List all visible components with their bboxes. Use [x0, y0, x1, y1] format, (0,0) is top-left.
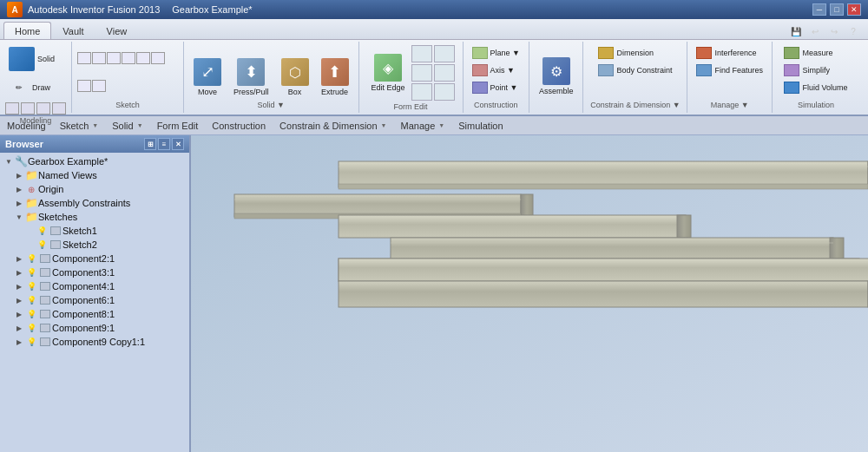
form-tool-4[interactable]: [434, 45, 455, 62]
tree-item-root[interactable]: ▼ 🔧 Gearbox Example*: [2, 154, 187, 168]
sketch-tool-6[interactable]: [151, 52, 165, 64]
simulation-label: Simulation: [458, 121, 503, 131]
measure-icon: [784, 47, 799, 59]
tree-item-component9copy[interactable]: ▶ 💡 Component9 Copy1:1: [12, 335, 187, 349]
tree-toggle-assembly[interactable]: ▶: [14, 198, 24, 208]
component-icon-2: [38, 252, 52, 265]
tab-vault[interactable]: Vault: [51, 22, 95, 39]
construction-section[interactable]: Construction: [212, 121, 266, 131]
solid-label: Solid: [37, 55, 55, 63]
draw-button[interactable]: ✏ Draw: [5, 75, 54, 100]
construction-group-label: Construction: [474, 101, 518, 111]
form-tool-6[interactable]: [434, 83, 455, 101]
form-tool-1[interactable]: [411, 45, 432, 62]
sketch-tool-1[interactable]: [77, 52, 91, 64]
press-pull-button[interactable]: ⬍ Press/Pull: [229, 56, 273, 99]
sketch-tool-3[interactable]: [107, 52, 121, 64]
sketch-tool-4[interactable]: [122, 52, 135, 64]
move-button[interactable]: ⤢ Move: [189, 56, 226, 99]
tree-item-origin[interactable]: ▶ ⊕ Origin: [12, 182, 187, 196]
solid-section[interactable]: Solid: [112, 121, 142, 131]
browser-collapse-button[interactable]: ≡: [158, 138, 170, 150]
tree-toggle-component4[interactable]: ▶: [14, 281, 24, 292]
constrain-section[interactable]: Constrain & Dimension: [279, 121, 386, 131]
titlebar: A Autodesk Inventor Fusion 2013 Gearbox …: [0, 0, 868, 19]
form-tool-5[interactable]: [434, 64, 455, 82]
dimension-label: Dimension: [616, 49, 654, 57]
measure-button[interactable]: Measure: [780, 45, 836, 61]
component-icon-9: [38, 322, 52, 334]
box-label: Box: [288, 88, 302, 96]
tree-item-component2[interactable]: ▶ 💡 Component2:1: [12, 252, 187, 265]
tree-toggle-origin[interactable]: ▶: [14, 184, 24, 194]
tree-toggle-sketch2: [24, 239, 35, 250]
bulb-icon-component4: 💡: [24, 280, 38, 292]
sketch-tool-5[interactable]: [136, 52, 150, 64]
bulb-icon-component6: 💡: [24, 294, 38, 306]
simulation-group-label: Simulation: [798, 101, 834, 111]
tree-item-assembly-constraints[interactable]: ▶ 📁 Assembly Constraints: [12, 196, 187, 210]
simplify-button[interactable]: Simplify: [780, 62, 833, 78]
sketch-section[interactable]: Sketch: [60, 121, 99, 131]
sketch-tool-2[interactable]: [92, 52, 106, 64]
tree-toggle-component2[interactable]: ▶: [14, 253, 24, 264]
form-tool-2[interactable]: [411, 64, 432, 82]
minimize-button[interactable]: ─: [812, 3, 826, 16]
tree-label-component3: Component3:1: [52, 267, 186, 278]
viewport[interactable]: [191, 135, 868, 452]
find-features-button[interactable]: Find Features: [693, 62, 766, 78]
tree-toggle-sketches[interactable]: ▼: [14, 212, 24, 222]
maximize-button[interactable]: □: [830, 3, 844, 16]
axis-button[interactable]: Axis ▼: [469, 62, 518, 78]
browser-close-button[interactable]: ✕: [172, 138, 184, 150]
sketch-tool-7[interactable]: [77, 80, 91, 92]
dimension-button[interactable]: Dimension: [595, 45, 657, 61]
tree-item-named-views[interactable]: ▶ 📁 Named Views: [12, 168, 187, 182]
box-button[interactable]: ⬡ Box: [277, 56, 313, 99]
fluid-volume-button[interactable]: Fluid Volume: [780, 80, 851, 95]
tree-toggle-named-views[interactable]: ▶: [14, 170, 24, 180]
tree-toggle-component9[interactable]: ▶: [14, 323, 24, 333]
point-button[interactable]: Point ▼: [469, 80, 522, 95]
interference-icon: [696, 47, 712, 59]
assemble-button[interactable]: ⚙ Assemble: [535, 55, 578, 98]
tree-toggle-component3[interactable]: ▶: [14, 267, 24, 278]
simulation-section[interactable]: Simulation: [458, 121, 503, 131]
browser-tree: ▼ 🔧 Gearbox Example* ▶ 📁 Named Views ▶ ⊕…: [0, 153, 189, 452]
tab-home[interactable]: Home: [3, 22, 51, 39]
tree-item-component8[interactable]: ▶ 💡 Component8:1: [12, 307, 187, 321]
component-icon-4: [38, 280, 52, 292]
draw-label: Draw: [32, 83, 50, 92]
constrain-group: Dimension Body Constraint Constrain & Di…: [583, 42, 687, 113]
form-tool-3[interactable]: [411, 83, 432, 101]
tree-toggle-component9copy[interactable]: ▶: [14, 337, 24, 347]
browser-expand-button[interactable]: ⊞: [144, 138, 156, 150]
tree-item-sketch1[interactable]: 💡 Sketch1: [23, 224, 187, 238]
tree-item-sketches[interactable]: ▼ 📁 Sketches: [12, 210, 187, 224]
tab-view[interactable]: View: [95, 22, 139, 39]
sketch-label: Sketch: [60, 121, 89, 131]
interference-button[interactable]: Interference: [693, 45, 760, 61]
modeling-section[interactable]: Modeling: [7, 121, 46, 131]
manage-section[interactable]: Manage: [401, 121, 445, 131]
undo-button[interactable]: ↩: [807, 23, 823, 39]
close-button[interactable]: ✕: [847, 3, 861, 16]
save-button[interactable]: 💾: [788, 23, 804, 39]
help-button[interactable]: ?: [845, 23, 861, 39]
tree-toggle-component8[interactable]: ▶: [14, 309, 24, 319]
solid-button[interactable]: Solid: [5, 45, 58, 73]
tree-item-component6[interactable]: ▶ 💡 Component6:1: [12, 293, 187, 307]
tree-item-component4[interactable]: ▶ 💡 Component4:1: [12, 279, 187, 293]
body-constraint-button[interactable]: Body Constraint: [595, 62, 675, 78]
extrude-button[interactable]: ⬆ Extrude: [317, 56, 353, 99]
sketch-tool-8[interactable]: [92, 80, 106, 92]
edit-edge-button[interactable]: ◈ Edit Edge: [367, 51, 410, 95]
tree-item-component3[interactable]: ▶ 💡 Component3:1: [12, 265, 187, 279]
tree-item-sketch2[interactable]: 💡 Sketch2: [23, 238, 187, 252]
redo-button[interactable]: ↪: [826, 23, 842, 39]
tree-toggle-root[interactable]: ▼: [3, 156, 14, 167]
form-edit-section[interactable]: Form Edit: [157, 121, 199, 131]
plane-button[interactable]: Plane ▼: [469, 45, 523, 61]
tree-toggle-component6[interactable]: ▶: [14, 295, 24, 305]
tree-item-component9[interactable]: ▶ 💡 Component9:1: [12, 321, 187, 335]
